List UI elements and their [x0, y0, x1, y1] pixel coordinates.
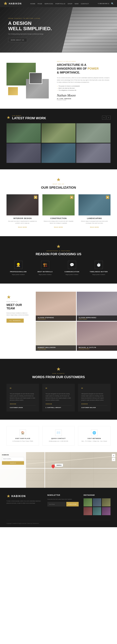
nav-contact[interactable]: CONTACT	[81, 3, 89, 4]
hero-content: FROM CONCEPT TO BETTER LIVING A DESIGN W…	[8, 18, 109, 42]
contact-quick-title: QUICK CONTACT	[51, 438, 66, 439]
svg-marker-3	[35, 196, 36, 198]
map-location-label: Habikon	[55, 464, 63, 467]
testimonial-2-author: Z. GARTRELL WRIGHT	[46, 407, 71, 408]
quote-icon: "	[46, 387, 71, 392]
member-michael-caitlyn-role: Landscape Architects	[79, 348, 115, 350]
svg-marker-4	[71, 196, 72, 198]
hero-title-line2: WELL SIMPLIFIED.	[8, 26, 52, 31]
logo-icon	[3, 1, 8, 6]
brand-logo[interactable]: HABIKON	[3, 1, 22, 6]
reason-materials-desc: Magna pariatur incididunt	[39, 274, 52, 276]
about-list-item: The power of choice is unmistakable!	[57, 85, 110, 87]
team-member-stephens[interactable]: ALISON STEPHENS Senior Architect	[36, 292, 76, 321]
spec-badge-icon	[70, 196, 73, 199]
prev-arrow-button[interactable]: ‹	[102, 116, 106, 120]
footer-copyright: Copyright © Habikon All rights reserved.…	[7, 523, 39, 524]
hero-section: FROM CONCEPT TO BETTER LIVING A DESIGN W…	[0, 7, 117, 52]
map-search-button[interactable]: SEARCH	[2, 461, 24, 465]
spec-construction-read-more[interactable]: READ MORE	[54, 226, 63, 228]
reasons-section: Advantages & Features REASON FOR CHOOSIN…	[0, 236, 117, 284]
nav-page[interactable]: PAGE	[38, 3, 42, 4]
reason-communication: 💬 COMMUNICATION Magna pariatur incididun…	[60, 261, 84, 276]
nav-shop[interactable]: SHOP	[68, 3, 72, 4]
timeliness-icon: ⏱️	[96, 263, 101, 267]
spec-construction-image	[42, 194, 74, 216]
about-accent-block	[8, 87, 18, 95]
member-hernandez-name: ALISON HERNANDEZ	[79, 317, 115, 318]
contact-visit: 🏠 VISIT OUR PLACE 21 Revolution St, Pari…	[7, 426, 39, 446]
work-item[interactable]: +	[76, 123, 110, 143]
about-list-item: Able to do what we like best	[57, 87, 110, 89]
member-stephens-role: Senior Architect	[38, 318, 74, 320]
reason-materials-title: BEST MATERIALS	[38, 271, 53, 272]
instagram-image[interactable]	[83, 507, 92, 515]
hero-cta-button[interactable]: MORE ABOUT US	[8, 38, 27, 42]
contact-quick: ✉️ QUICK CONTACT info@example.com +1 800…	[42, 426, 75, 446]
work-grid: + + + + + +	[7, 123, 110, 163]
nav-portfolio[interactable]: PORTFOLIO	[55, 3, 65, 4]
latest-work-icon	[7, 116, 11, 120]
work-item[interactable]: +	[7, 123, 41, 143]
testimonials-subtitle: Our Clients	[52, 373, 65, 374]
spec-interior-title: Interior Design	[7, 217, 39, 219]
team-grid: ALISON STEPHENS Senior Architect ALISON …	[36, 292, 117, 351]
all-members-button[interactable]: ALL MEMBERS	[7, 318, 24, 323]
navbar: HABIKON HOME PAGE SERVICES PORTFOLIO SHO…	[0, 0, 117, 7]
team-member-mullinson[interactable]: ROBERT MULLINSON Project Manager	[36, 322, 76, 351]
nav-new[interactable]: NEW	[75, 3, 79, 4]
map-sidebar: HABIKON SEARCH	[0, 452, 26, 488]
footer-instagram-col: INSTAGRAM	[83, 494, 110, 515]
instagram-image[interactable]	[93, 498, 101, 506]
footer: HABIKON To take a trivial example, which…	[0, 488, 117, 527]
about-section: About & Solutions ARCHITECTURE IS A DANG…	[0, 52, 117, 109]
latest-work-title: LATEST FROM WORK	[12, 116, 46, 120]
reason-timeliness-title: TIMELINESS MATTER	[90, 271, 107, 272]
work-item[interactable]: +	[41, 144, 76, 163]
nav-home[interactable]: HOME	[30, 3, 35, 4]
footer-newsletter-title: NEWSLETTER	[47, 494, 79, 496]
hero-title: A DESIGN WELL SIMPLIFIED.	[8, 20, 109, 31]
testimonial-1: " This year alongside we won't tell who …	[7, 384, 39, 412]
next-arrow-button[interactable]: ›	[106, 116, 110, 120]
search-icon[interactable]: 🔍	[111, 2, 114, 5]
map-zoom-out-button[interactable]: −	[112, 458, 115, 461]
spec-item-interior: Interior Design Duis aute irure dolor in…	[7, 194, 39, 228]
about-text: To be a brand executive, which of us eve…	[57, 77, 110, 84]
map-pin-head	[51, 464, 55, 468]
instagram-image[interactable]	[83, 498, 92, 506]
team-member-michael-caitlyn[interactable]: MICHAEL & CAITLYN Landscape Architects	[77, 322, 117, 351]
work-item[interactable]: +	[41, 123, 76, 143]
phone-number: +1 800 000 000 11	[98, 3, 109, 4]
spec-landscaping-read-more[interactable]: READ MORE	[90, 226, 99, 228]
instagram-image[interactable]	[102, 507, 110, 515]
svg-marker-1	[7, 116, 10, 119]
contact-visit-text: 21 Revolution St, Paris, France 75000	[13, 440, 33, 442]
about-heading: ARCHITECTURE IS A DANGEROUS MIX OF POWER…	[57, 63, 110, 74]
contact-hours: 🌐 VISIT BETWEEN Mon – Fri: 9:00am – 5:00…	[78, 426, 110, 446]
work-item[interactable]: +	[7, 144, 41, 163]
team-intro: Our People MEET OUR TEAM Eiusmod tempor …	[0, 292, 36, 351]
member-stephens-name: ALISON STEPHENS	[38, 317, 74, 318]
reason-communication-title: COMMUNICATION	[64, 271, 79, 272]
newsletter-subscribe-button[interactable]: SUBSCRIBE	[66, 502, 79, 506]
map-zoom-in-button[interactable]: +	[112, 454, 115, 457]
testimonials-header: Our Clients WORDS FROM OUR CUSTOMERS	[7, 367, 110, 379]
map-pin	[52, 464, 55, 469]
footer-newsletter-text: Subscribe And Get Latest News And Update…	[47, 498, 79, 500]
member-hernandez-role: Interior Designer	[79, 318, 115, 320]
spec-interior-read-more[interactable]: READ MORE	[18, 226, 27, 228]
testimonial-3: " Ullampariant alongside we won't tell w…	[78, 384, 110, 412]
testimonials-icon	[56, 367, 61, 372]
quote-icon: "	[81, 387, 107, 392]
map-search-input[interactable]	[2, 457, 24, 460]
testimonials-section: Our Clients WORDS FROM OUR CUSTOMERS " T…	[0, 359, 117, 420]
work-item[interactable]: +	[76, 144, 110, 163]
footer-newsletter-col: NEWSLETTER Subscribe And Get Latest News…	[47, 494, 79, 515]
instagram-image[interactable]	[102, 498, 110, 506]
nav-services[interactable]: SERVICES	[45, 3, 53, 4]
instagram-image[interactable]	[93, 507, 101, 515]
team-member-hernandez[interactable]: ALISON HERNANDEZ Interior Designer	[77, 292, 117, 321]
reasons-subtitle: Advantages & Features	[47, 250, 70, 252]
newsletter-email-input[interactable]	[47, 502, 66, 506]
